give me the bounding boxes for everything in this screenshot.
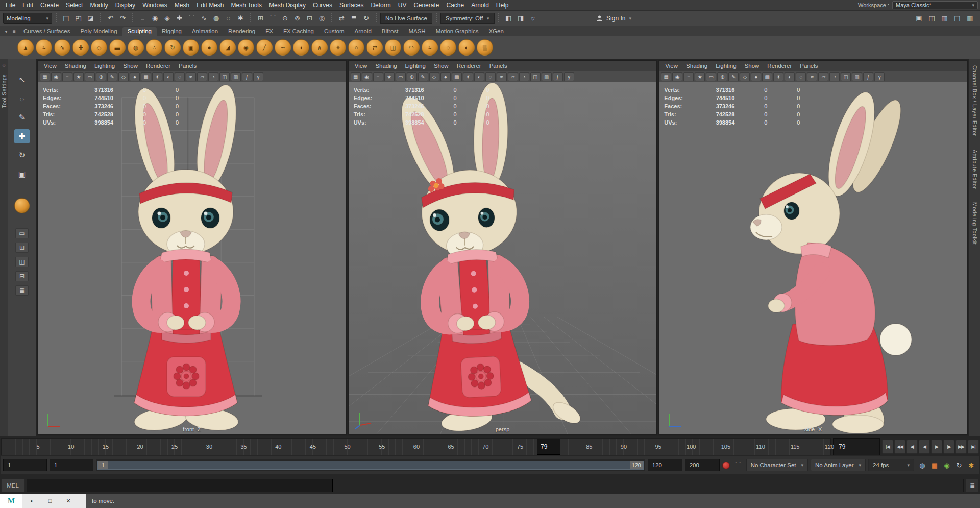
image-plane-icon[interactable]: ▭: [85, 72, 95, 81]
menu-item[interactable]: Display: [112, 2, 139, 9]
layout-single-pane-icon[interactable]: ▭: [15, 228, 29, 238]
grab-tool-icon[interactable]: ✚: [72, 39, 89, 56]
menu-item[interactable]: Windows: [139, 2, 171, 9]
close-button[interactable]: ✕: [59, 494, 78, 508]
ambient-occlusion-icon[interactable]: ◌: [175, 72, 185, 81]
shelf-tab[interactable]: MASH: [403, 27, 430, 36]
tab-channel-box[interactable]: Channel Box / Layer Editor: [972, 65, 978, 136]
render-settings-icon[interactable]: ☼: [527, 12, 539, 24]
play-forwards-button[interactable]: ▶: [931, 440, 942, 454]
select-object-icon[interactable]: ◉: [149, 12, 161, 24]
symmetry-selector[interactable]: Symmetry: Off ▾: [440, 13, 495, 24]
anti-aliasing-icon[interactable]: ▱: [508, 72, 518, 81]
go-to-start-button[interactable]: |◀: [882, 440, 893, 454]
depth-of-field-icon[interactable]: ◔: [519, 72, 529, 81]
ipr-render-icon[interactable]: ◨: [515, 12, 527, 24]
wireframe-icon[interactable]: ◇: [740, 72, 750, 81]
menu-item[interactable]: Edit: [19, 2, 37, 9]
smear-tool-icon[interactable]: ∽: [275, 39, 291, 56]
playback-start-field[interactable]: 1: [50, 459, 93, 471]
image-plane-icon[interactable]: ▭: [396, 72, 406, 81]
menu-item[interactable]: Generate: [410, 2, 443, 9]
two-d-pan-zoom-icon[interactable]: ⊕: [407, 72, 417, 81]
two-d-pan-zoom-icon[interactable]: ⊕: [96, 72, 106, 81]
lock-camera-icon[interactable]: ◉: [672, 72, 682, 81]
shadows-icon[interactable]: ◐: [474, 72, 484, 81]
viewport-menu-item[interactable]: Lighting: [401, 63, 430, 69]
amplify-tool-icon[interactable]: ∧: [311, 39, 328, 56]
current-time-field[interactable]: 79: [833, 438, 880, 455]
anim-layer-selector[interactable]: No Anim Layer ▾: [811, 459, 866, 471]
exposure-icon[interactable]: ƒ: [863, 72, 873, 81]
toggle-modeling-toolkit-icon[interactable]: ▣: [913, 12, 925, 24]
viewport-menu-item[interactable]: Panels: [796, 63, 822, 69]
lock-camera-icon[interactable]: ◉: [51, 72, 61, 81]
select-camera-icon[interactable]: ▦: [661, 72, 671, 81]
live-surface-field[interactable]: No Live Surface: [380, 13, 432, 24]
step-back-frame-button[interactable]: ◀◀: [894, 440, 905, 454]
go-to-end-button[interactable]: ▶|: [968, 440, 979, 454]
shelf-tab[interactable]: Curves / Surfaces: [18, 27, 75, 36]
ambient-occlusion-icon[interactable]: ◌: [485, 72, 496, 81]
menu-item[interactable]: Cache: [443, 2, 468, 9]
lights-icon[interactable]: ☀: [463, 72, 473, 81]
toggle-character-controls-icon[interactable]: ◫: [926, 12, 938, 24]
bookmarks-icon[interactable]: ★: [695, 72, 705, 81]
imprint-tool-icon[interactable]: ▣: [183, 39, 199, 56]
bulge-tool-icon[interactable]: ◖: [293, 39, 309, 56]
lock-camera-icon[interactable]: ◉: [362, 72, 372, 81]
script-editor-icon[interactable]: ≣: [966, 479, 979, 492]
select-hierarchy-icon[interactable]: ≡: [137, 12, 149, 24]
render-frame-icon[interactable]: ◧: [503, 12, 514, 24]
construction-history-icon[interactable]: ↻: [360, 12, 372, 24]
flatten-tool-icon[interactable]: ▬: [109, 39, 126, 56]
select-curves-icon[interactable]: ∿: [198, 12, 210, 24]
auto-keyframe-toggle-icon[interactable]: [722, 462, 730, 469]
shelf-tab[interactable]: Rigging: [157, 27, 187, 36]
timeline-track[interactable]: 5101520253035404550556065707580859095100…: [1, 438, 831, 455]
viewport-side-canvas[interactable]: Verts: 371316 0 0 Edges: 744510 0 0 Face…: [659, 82, 967, 434]
gamma-icon[interactable]: γ: [564, 72, 574, 81]
menu-item[interactable]: Modify: [86, 2, 111, 9]
range-end-handle[interactable]: 120: [630, 461, 643, 469]
exposure-icon[interactable]: ƒ: [242, 72, 252, 81]
viewport-menu-item[interactable]: Shading: [61, 63, 90, 69]
menu-set-selector[interactable]: Modeling ▾: [3, 13, 52, 24]
viewport-menu-item[interactable]: View: [40, 63, 61, 69]
menu-item[interactable]: Mesh Tools: [228, 2, 265, 9]
clone-target-tool-icon[interactable]: ◐: [458, 39, 475, 56]
shadows-icon[interactable]: ◐: [785, 72, 795, 81]
foamy-tool-icon[interactable]: ◍: [128, 39, 144, 56]
gear-icon[interactable]: ☼: [2, 62, 6, 68]
menu-item[interactable]: Arnold: [468, 2, 493, 9]
falloff-tool-icon[interactable]: ◠: [403, 39, 420, 56]
rabbit-model-front[interactable]: [96, 93, 280, 430]
wax-tool-icon[interactable]: ●: [201, 39, 217, 56]
viewport-menu-item[interactable]: Shading: [371, 63, 401, 69]
scale-tool-icon[interactable]: ▣: [14, 167, 30, 181]
viewport-menu-item[interactable]: Renderer: [453, 63, 485, 69]
camera-attributes-icon[interactable]: ≡: [62, 72, 72, 81]
grease-pencil-icon[interactable]: ✎: [728, 72, 739, 81]
viewport-menu-item[interactable]: Panels: [175, 63, 201, 69]
tab-modeling-toolkit[interactable]: Modeling Toolkit: [972, 202, 978, 245]
viewport-menu-item[interactable]: Show: [119, 63, 142, 69]
mirror-sculpt-tool-icon[interactable]: ◫: [385, 39, 401, 56]
playback-loop-icon[interactable]: ↻: [953, 459, 965, 471]
shelf-edit-icon[interactable]: ≡: [10, 27, 18, 35]
image-plane-icon[interactable]: ▭: [706, 72, 716, 81]
smooth-target-tool-icon[interactable]: ≈: [422, 39, 438, 56]
menu-item[interactable]: Deform: [367, 2, 394, 9]
select-joints-icon[interactable]: ⌒: [186, 12, 198, 24]
menu-item[interactable]: Edit Mesh: [193, 2, 227, 9]
textured-icon[interactable]: ▩: [452, 72, 462, 81]
viewport-menu-item[interactable]: View: [661, 63, 682, 69]
viewport-menu-item[interactable]: Renderer: [763, 63, 796, 69]
character-set-selector[interactable]: No Character Set ▾: [746, 459, 808, 471]
grease-pencil-icon[interactable]: ✎: [418, 72, 428, 81]
select-component-icon[interactable]: ◈: [161, 12, 173, 24]
shelf-tab[interactable]: Custom: [319, 27, 350, 36]
menu-item[interactable]: File: [2, 2, 19, 9]
convert-to-frozen-tool-icon[interactable]: ⇄: [366, 39, 383, 56]
toggle-channel-box-icon[interactable]: ▦: [964, 12, 976, 24]
